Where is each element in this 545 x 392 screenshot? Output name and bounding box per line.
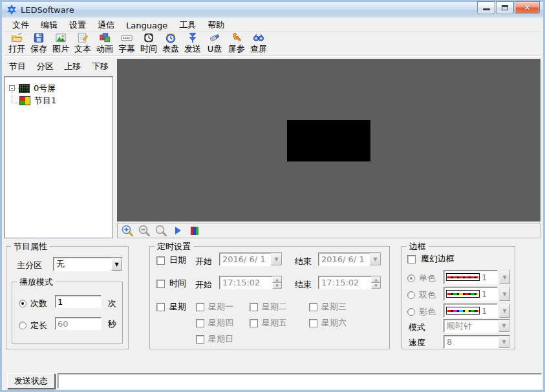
single-color-label: 单色 bbox=[419, 273, 436, 284]
dual-color-label: 双色 bbox=[419, 289, 436, 301]
status-output[interactable] bbox=[58, 373, 542, 389]
fixed-duration-radio[interactable] bbox=[19, 322, 27, 329]
weekday-checkbox-wednesday: 星期三 bbox=[309, 301, 347, 313]
play-icon bbox=[175, 227, 181, 234]
zoom-out-icon bbox=[138, 224, 151, 237]
zoom-reset-icon bbox=[155, 224, 167, 237]
rgb-mode-icon bbox=[191, 227, 198, 235]
titlebar[interactable]: LEDSoftware ✕ bbox=[2, 2, 543, 17]
zoom-reset-button[interactable] bbox=[155, 224, 167, 237]
tab-partition[interactable]: 分区 bbox=[36, 60, 55, 73]
weekday-checkbox-sunday: 星期日 bbox=[196, 333, 233, 345]
menu-item-help[interactable]: 帮助 bbox=[202, 19, 230, 32]
play-count-input[interactable] bbox=[55, 295, 102, 308]
toolbar-button-subtitle[interactable]: 字幕 bbox=[116, 32, 138, 54]
picture-icon bbox=[54, 32, 67, 44]
magic-border-label: 魔幻边框 bbox=[421, 253, 454, 265]
led-screen-rect[interactable] bbox=[287, 120, 370, 161]
toolbar-button-open[interactable]: 打开 bbox=[6, 32, 28, 54]
fixed-duration-label: 定长 bbox=[30, 320, 47, 331]
tree-child-label[interactable]: 节目1 bbox=[33, 95, 58, 107]
led-screen-icon bbox=[19, 84, 30, 93]
left-panel-tabs: 节目 分区 上移 下移 bbox=[4, 59, 114, 74]
time-end-spinner: 17:15:02 ▲▼ bbox=[318, 276, 381, 289]
zoom-out-button[interactable] bbox=[138, 224, 151, 237]
chevron-down-icon: ▼ bbox=[370, 253, 381, 265]
chevron-down-icon: ▼ bbox=[271, 253, 282, 265]
play-count-radio[interactable] bbox=[19, 300, 27, 307]
week-checkbox[interactable] bbox=[156, 303, 165, 311]
main-partition-select[interactable]: 无 ▼ bbox=[53, 257, 123, 271]
speed-label: 速度 bbox=[409, 337, 425, 349]
clock-icon bbox=[142, 32, 155, 44]
tab-move-down[interactable]: 下移 bbox=[91, 60, 110, 73]
date-checkbox[interactable] bbox=[156, 256, 165, 265]
time-end-label2: 结束 bbox=[295, 279, 312, 291]
toolbar-button-save[interactable]: 保存 bbox=[28, 32, 50, 54]
send-status-button[interactable]: 发送状态 bbox=[7, 373, 55, 389]
toolbar-button-send[interactable]: 发送 bbox=[182, 32, 204, 54]
dual-color-pattern-select: 1 bbox=[443, 287, 498, 301]
preview-canvas[interactable] bbox=[117, 59, 540, 222]
menu-item-file[interactable]: 文件 bbox=[6, 19, 35, 32]
tree-root-label[interactable]: 0号屏 bbox=[32, 83, 57, 94]
mode-select: 顺时针 ▼ bbox=[443, 319, 510, 333]
toolbar-button-animation[interactable]: 动画 bbox=[94, 32, 116, 54]
maximize-button[interactable] bbox=[496, 1, 514, 14]
open-folder-icon bbox=[10, 32, 23, 44]
tree-root-item[interactable]: 0号屏 bbox=[5, 82, 112, 94]
fixed-duration-unit: 秒 bbox=[108, 318, 116, 330]
menu-item-edit[interactable]: 编辑 bbox=[35, 19, 63, 32]
maximize-icon bbox=[502, 5, 508, 10]
spinner-icons: ▲▼ bbox=[371, 276, 381, 289]
toolbar-button-find-screen[interactable]: 查屏 bbox=[248, 32, 270, 54]
play-button[interactable] bbox=[171, 224, 184, 237]
toolbar-button-usb[interactable]: U盘 bbox=[204, 32, 226, 54]
time-checkbox[interactable] bbox=[156, 280, 165, 288]
main-partition-label: 主分区 bbox=[17, 260, 42, 271]
program-tree[interactable]: 0号屏 节目1 bbox=[4, 76, 113, 238]
preview-toolbar bbox=[117, 223, 540, 238]
screen-params-icon bbox=[230, 32, 243, 44]
single-color-pattern-swatch bbox=[447, 276, 478, 278]
weekday-checkbox-friday: 星期五 bbox=[250, 317, 287, 329]
rgb-mode-button[interactable] bbox=[188, 224, 201, 237]
toolbar-button-screen-params[interactable]: 屏参 bbox=[226, 32, 248, 54]
chevron-down-icon: ▼ bbox=[498, 336, 509, 348]
close-button[interactable]: ✕ bbox=[515, 1, 540, 14]
find-screen-icon bbox=[252, 32, 265, 44]
toolbar-button-picture[interactable]: 图片 bbox=[50, 32, 72, 54]
timing-title: 定时设置 bbox=[155, 241, 193, 253]
chevron-down-icon: ▼ bbox=[498, 320, 509, 332]
chevron-down-icon: ▼ bbox=[499, 287, 510, 301]
border-title: 边框 bbox=[407, 241, 429, 253]
full-color-pattern-swatch bbox=[447, 310, 478, 312]
zoom-in-button[interactable] bbox=[121, 224, 134, 237]
chevron-down-icon[interactable]: ▼ bbox=[111, 258, 122, 271]
toolbar-button-time[interactable]: 时间 bbox=[138, 32, 160, 54]
dual-color-radio bbox=[407, 291, 415, 299]
single-color-pattern-select: 1 bbox=[443, 270, 498, 284]
collapse-icon[interactable] bbox=[9, 85, 15, 91]
tree-child-item[interactable]: 节目1 bbox=[5, 94, 112, 107]
border-group: 边框 魔幻边框 单色 1 ▼ 双色 1 ▼ 彩色 1 bbox=[401, 246, 515, 349]
chevron-down-icon: ▼ bbox=[499, 304, 510, 318]
magic-border-checkbox[interactable] bbox=[407, 255, 416, 263]
menu-item-tools[interactable]: 工具 bbox=[173, 19, 202, 32]
app-window: LEDSoftware ✕ 文件 编辑 设置 通信 Language 工具 帮助… bbox=[0, 0, 545, 392]
toolbar-button-dial[interactable]: 表盘 bbox=[160, 32, 182, 54]
toolbar: 打开 保存 图片 bbox=[4, 32, 541, 56]
toolbar-button-text[interactable]: 文本 bbox=[72, 32, 94, 54]
time-start-spinner: 17:15:02 ▲▼ bbox=[219, 276, 283, 289]
speed-select: 8 ▼ bbox=[443, 335, 510, 349]
menu-item-communication[interactable]: 通信 bbox=[92, 19, 120, 32]
tab-move-up[interactable]: 上移 bbox=[63, 60, 82, 73]
tab-program[interactable]: 节目 bbox=[8, 60, 27, 73]
menu-item-language[interactable]: Language bbox=[120, 20, 173, 31]
menu-item-settings[interactable]: 设置 bbox=[63, 19, 92, 32]
play-count-label: 次数 bbox=[30, 298, 47, 309]
minimize-button[interactable] bbox=[477, 1, 495, 14]
single-color-radio bbox=[407, 274, 415, 282]
weekday-checkbox-thursday: 星期四 bbox=[196, 317, 233, 329]
full-color-pattern-select: 1 bbox=[443, 304, 498, 318]
